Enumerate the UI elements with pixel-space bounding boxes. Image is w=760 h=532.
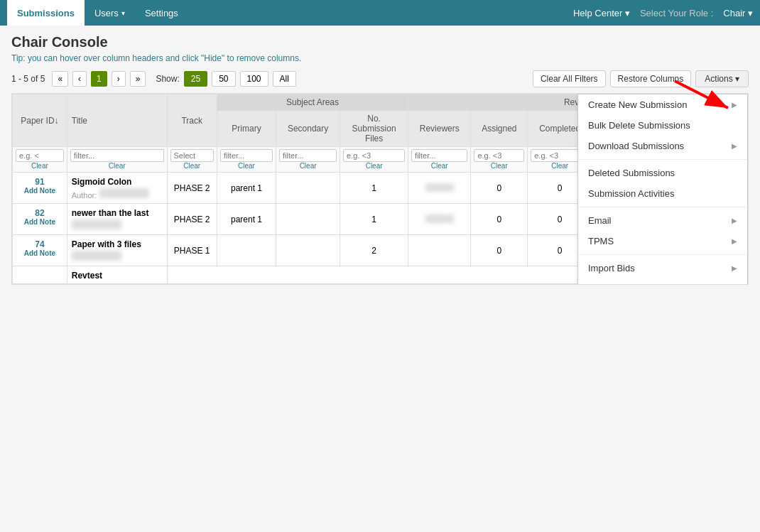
secondary-82 [276, 204, 340, 235]
role-label: Select Your Role : [640, 8, 713, 18]
filter-files[interactable] [343, 149, 405, 162]
restore-columns-button[interactable]: Restore Columns [610, 70, 692, 87]
help-center-link[interactable]: Help Center ▾ [573, 8, 630, 18]
col-header-primary: Primary [217, 111, 276, 147]
controls-bar: 1 - 5 of 5 « ‹ 1 › » Show: 25 50 100 All… [11, 70, 749, 87]
col-header-track: Track [167, 94, 217, 147]
show-50[interactable]: 50 [212, 71, 235, 87]
arrow-icon: ▶ [732, 217, 737, 224]
paper-id-74[interactable]: 74 Add Note [13, 235, 67, 266]
clear-assigned[interactable]: Clear [474, 162, 524, 170]
paper-id-91[interactable]: 91 Add Note [13, 173, 67, 204]
clear-filters-button[interactable]: Clear All Filters [533, 70, 606, 87]
secondary-74 [276, 235, 340, 266]
track-91: PHASE 2 [167, 173, 217, 204]
author-label-91: Author: [72, 191, 97, 200]
show-label: Show: [156, 74, 179, 84]
col-header-secondary: Secondary [276, 111, 340, 147]
title-revtest: Revtest [67, 266, 167, 284]
show-25[interactable]: 25 [184, 71, 207, 87]
menu-item-import-bids[interactable]: Import Bids ▶ [578, 258, 747, 278]
arrow-icon: ▶ [732, 237, 737, 245]
col-header-files: No. Submission Files [340, 111, 408, 147]
menu-item-import-assignments[interactable]: Import Assignments ▶ [578, 278, 747, 285]
clear-track[interactable]: Clear [170, 162, 214, 170]
nav-tab-settings[interactable]: Settings [135, 0, 188, 26]
filter-primary[interactable] [220, 149, 273, 162]
chevron-down-icon: ▾ [735, 74, 739, 84]
nav-tab-users[interactable]: Users ▾ [85, 0, 135, 26]
menu-item-submission-activities[interactable]: Submission Activities [578, 183, 747, 204]
chair-role-selector[interactable]: Chair ▾ [723, 8, 753, 18]
add-note-91[interactable]: Add Note [17, 187, 63, 195]
menu-item-download-submissions[interactable]: Download Submissions ▶ [578, 136, 747, 156]
primary-82: parent 1 [217, 204, 276, 235]
arrow-icon: ▶ [732, 142, 737, 150]
clear-files[interactable]: Clear [343, 162, 405, 170]
col-header-title: Title [67, 94, 167, 147]
tip-text: Tip: you can hover over column headers a… [11, 53, 749, 63]
menu-item-create-new-submission[interactable]: Create New Submission ▶ [578, 94, 747, 115]
files-74: 2 [340, 235, 408, 266]
actions-button[interactable]: Actions ▾ [695, 70, 749, 87]
filter-secondary[interactable] [279, 149, 337, 162]
add-note-82[interactable]: Add Note [17, 218, 63, 226]
primary-74 [217, 235, 276, 266]
secondary-91 [276, 173, 340, 204]
files-82: 1 [340, 204, 408, 235]
title-74: Paper with 3 files [67, 235, 167, 266]
clear-reviewers[interactable]: Clear [411, 162, 467, 170]
paper-id-revtest[interactable] [13, 266, 67, 284]
menu-item-deleted-submissions[interactable]: Deleted Submissions [578, 163, 747, 183]
col-header-paper-id: Paper ID↓ [13, 94, 67, 147]
paper-id-82[interactable]: 82 Add Note [13, 204, 67, 235]
pag-page-1[interactable]: 1 [91, 71, 107, 87]
col-group-subject-areas: Subject Areas [217, 94, 408, 111]
menu-item-email[interactable]: Email ▶ [578, 210, 747, 231]
assigned-91: 0 [471, 173, 528, 204]
reviewers-82 [408, 204, 471, 235]
actions-dropdown: Create New Submission ▶ Bulk Delete Subm… [577, 94, 748, 285]
pagination-info: 1 - 5 of 5 [11, 74, 45, 84]
title-82: newer than the last [67, 204, 167, 235]
show-100[interactable]: 100 [240, 71, 268, 87]
clear-title[interactable]: Clear [70, 162, 164, 170]
filter-title[interactable] [70, 149, 164, 162]
nav-tab-submissions[interactable]: Submissions [7, 0, 85, 26]
title-91: Sigmoid Colon Author: [67, 173, 167, 204]
clear-primary[interactable]: Clear [220, 162, 273, 170]
arrow-icon: ▶ [732, 101, 737, 109]
pag-next[interactable]: › [112, 71, 126, 87]
filter-paper-id[interactable] [16, 149, 64, 162]
menu-item-bulk-delete-submissions[interactable]: Bulk Delete Submissions [578, 115, 747, 136]
show-all[interactable]: All [273, 71, 296, 87]
col-header-assigned: Assigned [471, 111, 528, 147]
pag-last[interactable]: » [130, 71, 146, 87]
arrow-icon: ▶ [732, 264, 737, 272]
col-header-reviewers: Reviewers [408, 111, 471, 147]
track-82: PHASE 2 [167, 204, 217, 235]
files-91: 1 [340, 173, 408, 204]
reviewers-91 [408, 173, 471, 204]
pag-first[interactable]: « [52, 71, 68, 87]
filter-track[interactable] [170, 149, 214, 162]
chevron-down-icon: ▾ [121, 9, 125, 17]
page-title: Chair Console [11, 34, 749, 50]
filter-assigned[interactable] [474, 149, 524, 162]
menu-item-tpms[interactable]: TPMS ▶ [578, 231, 747, 251]
track-74: PHASE 1 [167, 235, 217, 266]
clear-paper-id[interactable]: Clear [16, 162, 64, 170]
clear-secondary[interactable]: Clear [279, 162, 337, 170]
assigned-82: 0 [471, 204, 528, 235]
primary-91: parent 1 [217, 173, 276, 204]
top-nav: Submissions Users ▾ Settings Help Center… [0, 0, 760, 26]
filter-reviewers[interactable] [411, 149, 467, 162]
pag-prev[interactable]: ‹ [72, 71, 87, 87]
assigned-74: 0 [471, 235, 528, 266]
add-note-74[interactable]: Add Note [17, 249, 63, 257]
reviewers-74 [408, 235, 471, 266]
nav-right: Help Center ▾ Select Your Role : Chair ▾ [573, 8, 753, 18]
